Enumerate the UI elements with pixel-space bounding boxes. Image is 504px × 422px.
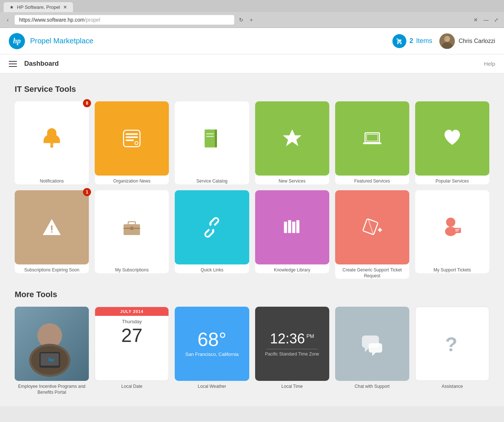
- local-time-tile[interactable]: 12:36 PM Pacific Standard Time Zone Loca…: [255, 307, 329, 395]
- tab-bar: ★ HP Software, Propel ✕: [0, 0, 504, 12]
- shopping-cart-icon: [396, 37, 403, 45]
- maximize-window-button[interactable]: ⤢: [493, 17, 500, 23]
- refresh-button[interactable]: ↻: [238, 17, 244, 23]
- weather-temp-display: 68°: [197, 329, 226, 350]
- avatar: [439, 33, 455, 49]
- svg-rect-11: [205, 130, 215, 148]
- create-ticket-tile[interactable]: Create Generic Support Ticket Request: [335, 190, 409, 279]
- new-services-label: New Services: [279, 176, 305, 184]
- chat-support-tile[interactable]: Chat with Support: [335, 307, 409, 395]
- local-time-label: Local Time: [255, 381, 329, 390]
- it-service-tools-grid: 8 Notifications: [15, 101, 489, 279]
- svg-rect-17: [366, 134, 378, 141]
- employee-incentive-label: Employee Incentive Programs and Benefits…: [15, 381, 89, 395]
- user-area[interactable]: Chris Carlozzi: [439, 33, 495, 49]
- hamburger-menu-button[interactable]: [9, 61, 17, 67]
- local-date-label: Local Date: [95, 381, 169, 390]
- my-tickets-tile[interactable]: My Support Tickets: [415, 190, 489, 279]
- svg-rect-14: [206, 136, 214, 137]
- app-container: hp Propel Marketplace 2 Items: [0, 28, 504, 406]
- time-ampm: PM: [307, 331, 314, 339]
- svg-rect-26: [284, 221, 287, 233]
- degree-symbol: °: [219, 329, 226, 350]
- popular-services-tile[interactable]: Popular Services: [415, 101, 489, 184]
- knowledge-library-tile[interactable]: Knowledge Library: [255, 190, 329, 279]
- briefcase-icon: [119, 214, 145, 240]
- svg-rect-13: [206, 133, 214, 134]
- featured-services-label: Featured Services: [354, 176, 390, 184]
- svg-rect-12: [215, 130, 217, 148]
- notifications-label: Notifications: [40, 176, 64, 184]
- local-weather-label: Local Weather: [175, 381, 249, 390]
- heart-icon: [439, 126, 465, 151]
- notifications-tile[interactable]: 8 Notifications: [15, 101, 89, 184]
- weather-temperature: 68: [197, 329, 219, 350]
- calendar-month: JULY 2014: [95, 307, 168, 316]
- new-services-tile[interactable]: New Services: [255, 101, 329, 184]
- quick-links-tile[interactable]: Quick Links: [175, 190, 249, 279]
- help-button[interactable]: Help: [484, 61, 495, 67]
- chat-support-label: Chat with Support: [335, 381, 409, 390]
- url-base: https://www.software.hp.com: [19, 17, 84, 23]
- question-mark-icon: ?: [438, 329, 467, 358]
- rss-icon: [119, 126, 145, 151]
- svg-text:?: ?: [445, 333, 457, 356]
- tab-close-icon[interactable]: ✕: [63, 4, 67, 10]
- assistance-tile[interactable]: ? Assistance: [415, 307, 489, 395]
- my-subscriptions-tile[interactable]: My Subscriptions: [95, 190, 169, 279]
- local-weather-tile[interactable]: 68° San Francisco, California Local Weat…: [175, 307, 249, 395]
- svg-rect-4: [50, 143, 53, 145]
- back-button[interactable]: ‹: [4, 17, 11, 23]
- warning-icon: [39, 214, 65, 240]
- user-name: Chris Carlozzi: [458, 38, 495, 44]
- cart-button[interactable]: 2 Items: [392, 34, 432, 48]
- svg-marker-50: [372, 353, 376, 356]
- svg-point-10: [135, 141, 138, 144]
- app-title[interactable]: Propel Marketplace: [30, 37, 93, 45]
- books-icon: [279, 214, 305, 240]
- ticket-add-icon: [359, 214, 385, 240]
- weather-location: San Francisco, California: [181, 350, 243, 358]
- hp-logo: hp: [9, 33, 25, 49]
- new-tab-button[interactable]: +: [248, 17, 255, 23]
- my-subscriptions-label: My Subscriptions: [115, 264, 149, 273]
- calendar-day: Thursday: [95, 316, 168, 324]
- svg-marker-15: [283, 130, 301, 147]
- book-icon: [199, 126, 225, 151]
- svg-rect-8: [126, 136, 138, 138]
- service-catalog-label: Service Catalog: [196, 176, 228, 184]
- svg-rect-9: [126, 140, 134, 141]
- notifications-badge: 8: [83, 99, 91, 107]
- tab-title: HP Software, Propel: [17, 4, 60, 10]
- main-content: IT Service Tools 8 Notifications: [0, 73, 504, 406]
- minimize-window-button[interactable]: —: [483, 17, 489, 23]
- address-bar[interactable]: https://www.software.hp.com/propel: [15, 15, 234, 25]
- knowledge-library-label: Knowledge Library: [274, 264, 310, 273]
- browser-tab[interactable]: ★ HP Software, Propel ✕: [4, 2, 73, 12]
- svg-rect-7: [126, 133, 138, 135]
- nav-page-title: Dashboard: [24, 60, 59, 68]
- svg-point-34: [446, 217, 455, 227]
- svg-rect-49: [369, 343, 382, 353]
- subscriptions-expiring-tile[interactable]: 1 Subscriptions Expiring Soon: [15, 190, 89, 279]
- employee-photo: hp: [15, 307, 89, 381]
- org-news-tile[interactable]: Organization News: [95, 101, 169, 184]
- local-date-tile[interactable]: JULY 2014 Thursday 27 Local Date: [95, 307, 169, 395]
- svg-point-21: [51, 231, 52, 232]
- support-person-icon: [439, 214, 465, 240]
- quick-links-label: Quick Links: [200, 264, 223, 273]
- browser-chrome: ‹ https://www.software.hp.com/propel ↻ +…: [0, 12, 504, 28]
- svg-rect-18: [363, 143, 381, 144]
- close-window-button[interactable]: ✕: [472, 17, 479, 23]
- employee-incentive-tile[interactable]: hp Employee Incentive Programs and Benef…: [15, 307, 89, 395]
- subscriptions-expiring-badge: 1: [83, 188, 91, 196]
- svg-marker-48: [365, 348, 369, 352]
- it-service-tools-title: IT Service Tools: [15, 84, 489, 94]
- service-catalog-tile[interactable]: Service Catalog: [175, 101, 249, 184]
- popular-services-label: Popular Services: [436, 176, 469, 184]
- time-display-area: 12:36 PM: [270, 331, 314, 347]
- nav-bar: Dashboard Help: [0, 54, 504, 73]
- svg-rect-29: [296, 220, 299, 233]
- more-tools-title: More Tools: [15, 290, 489, 299]
- featured-services-tile[interactable]: Featured Services: [335, 101, 409, 184]
